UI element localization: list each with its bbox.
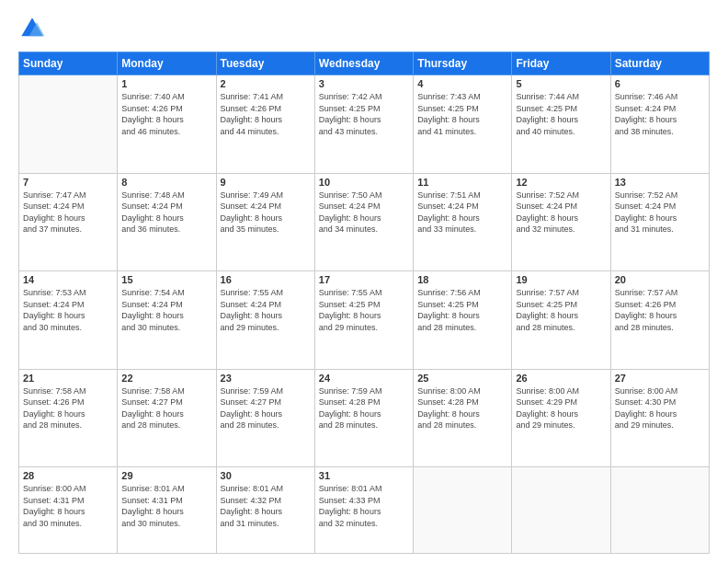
calendar-cell: 3Sunrise: 7:42 AM Sunset: 4:25 PM Daylig… — [314, 75, 413, 174]
day-number: 23 — [221, 373, 311, 384]
calendar-cell: 12Sunrise: 7:52 AM Sunset: 4:24 PM Dayli… — [512, 173, 610, 271]
weekday-header-row: SundayMondayTuesdayWednesdayThursdayFrid… — [19, 52, 710, 75]
day-info: Sunrise: 7:48 AM Sunset: 4:24 PM Dayligh… — [121, 190, 211, 236]
calendar-cell: 25Sunrise: 8:00 AM Sunset: 4:28 PM Dayli… — [414, 369, 512, 467]
day-number: 19 — [516, 274, 606, 285]
calendar-cell: 14Sunrise: 7:53 AM Sunset: 4:24 PM Dayli… — [19, 271, 118, 370]
calendar-cell: 1Sunrise: 7:40 AM Sunset: 4:26 PM Daylig… — [118, 75, 216, 174]
weekday-header-saturday: Saturday — [610, 52, 709, 75]
calendar-cell: 5Sunrise: 7:44 AM Sunset: 4:25 PM Daylig… — [512, 75, 610, 174]
weekday-header-thursday: Thursday — [414, 52, 512, 75]
calendar-cell: 7Sunrise: 7:47 AM Sunset: 4:24 PM Daylig… — [19, 173, 118, 271]
day-number: 2 — [221, 78, 311, 89]
day-info: Sunrise: 7:57 AM Sunset: 4:26 PM Dayligh… — [615, 287, 705, 333]
weekday-header-monday: Monday — [118, 52, 216, 75]
day-info: Sunrise: 7:49 AM Sunset: 4:24 PM Dayligh… — [221, 190, 311, 236]
calendar-table: SundayMondayTuesdayWednesdayThursdayFrid… — [18, 52, 710, 554]
day-info: Sunrise: 7:44 AM Sunset: 4:25 PM Dayligh… — [516, 91, 606, 137]
day-info: Sunrise: 8:00 AM Sunset: 4:28 PM Dayligh… — [417, 385, 507, 431]
calendar-cell: 8Sunrise: 7:48 AM Sunset: 4:24 PM Daylig… — [118, 173, 216, 271]
day-info: Sunrise: 7:55 AM Sunset: 4:25 PM Dayligh… — [319, 287, 409, 333]
day-number: 30 — [221, 470, 311, 481]
day-number: 12 — [516, 177, 606, 188]
day-info: Sunrise: 7:46 AM Sunset: 4:24 PM Dayligh… — [615, 91, 705, 137]
day-info: Sunrise: 8:01 AM Sunset: 4:31 PM Dayligh… — [121, 483, 211, 529]
day-info: Sunrise: 7:52 AM Sunset: 4:24 PM Dayligh… — [516, 190, 606, 236]
day-number: 1 — [121, 78, 211, 89]
day-info: Sunrise: 7:40 AM Sunset: 4:26 PM Dayligh… — [121, 91, 211, 137]
weekday-header-tuesday: Tuesday — [216, 52, 314, 75]
calendar-cell: 30Sunrise: 8:01 AM Sunset: 4:32 PM Dayli… — [216, 467, 314, 554]
day-number: 10 — [319, 177, 409, 188]
day-number: 31 — [319, 470, 409, 481]
day-number: 26 — [516, 373, 606, 384]
calendar-cell: 21Sunrise: 7:58 AM Sunset: 4:26 PM Dayli… — [19, 369, 118, 467]
day-number: 21 — [23, 373, 113, 384]
day-number: 8 — [121, 177, 211, 188]
day-info: Sunrise: 7:50 AM Sunset: 4:24 PM Dayligh… — [319, 190, 409, 236]
week-row-3: 21Sunrise: 7:58 AM Sunset: 4:26 PM Dayli… — [19, 369, 710, 467]
day-info: Sunrise: 7:41 AM Sunset: 4:26 PM Dayligh… — [221, 91, 311, 137]
calendar-cell: 11Sunrise: 7:51 AM Sunset: 4:24 PM Dayli… — [414, 173, 512, 271]
day-number: 17 — [319, 274, 409, 285]
calendar-cell: 10Sunrise: 7:50 AM Sunset: 4:24 PM Dayli… — [314, 173, 413, 271]
day-info: Sunrise: 7:54 AM Sunset: 4:24 PM Dayligh… — [121, 287, 211, 333]
day-number: 20 — [615, 274, 705, 285]
week-row-2: 14Sunrise: 7:53 AM Sunset: 4:24 PM Dayli… — [19, 271, 710, 370]
calendar-cell: 18Sunrise: 7:56 AM Sunset: 4:25 PM Dayli… — [414, 271, 512, 370]
calendar-cell: 9Sunrise: 7:49 AM Sunset: 4:24 PM Daylig… — [216, 173, 314, 271]
calendar-cell: 22Sunrise: 7:58 AM Sunset: 4:27 PM Dayli… — [118, 369, 216, 467]
day-number: 18 — [417, 274, 507, 285]
calendar-cell: 27Sunrise: 8:00 AM Sunset: 4:30 PM Dayli… — [610, 369, 709, 467]
calendar-cell: 19Sunrise: 7:57 AM Sunset: 4:25 PM Dayli… — [512, 271, 610, 370]
day-info: Sunrise: 7:59 AM Sunset: 4:27 PM Dayligh… — [221, 385, 311, 431]
week-row-4: 28Sunrise: 8:00 AM Sunset: 4:31 PM Dayli… — [19, 467, 710, 554]
calendar-cell: 31Sunrise: 8:01 AM Sunset: 4:33 PM Dayli… — [314, 467, 413, 554]
calendar-cell: 13Sunrise: 7:52 AM Sunset: 4:24 PM Dayli… — [610, 173, 709, 271]
day-number: 9 — [221, 177, 311, 188]
day-number: 16 — [221, 274, 311, 285]
calendar-cell: 16Sunrise: 7:55 AM Sunset: 4:24 PM Dayli… — [216, 271, 314, 370]
day-info: Sunrise: 8:01 AM Sunset: 4:33 PM Dayligh… — [319, 483, 409, 529]
day-info: Sunrise: 8:00 AM Sunset: 4:31 PM Dayligh… — [23, 483, 113, 529]
weekday-header-sunday: Sunday — [19, 52, 118, 75]
calendar-cell: 20Sunrise: 7:57 AM Sunset: 4:26 PM Dayli… — [610, 271, 709, 370]
calendar-cell: 23Sunrise: 7:59 AM Sunset: 4:27 PM Dayli… — [216, 369, 314, 467]
day-info: Sunrise: 7:43 AM Sunset: 4:25 PM Dayligh… — [417, 91, 507, 137]
day-info: Sunrise: 7:51 AM Sunset: 4:24 PM Dayligh… — [417, 190, 507, 236]
day-info: Sunrise: 7:55 AM Sunset: 4:24 PM Dayligh… — [221, 287, 311, 333]
calendar-cell: 28Sunrise: 8:00 AM Sunset: 4:31 PM Dayli… — [19, 467, 118, 554]
day-info: Sunrise: 7:59 AM Sunset: 4:28 PM Dayligh… — [319, 385, 409, 431]
calendar-cell: 26Sunrise: 8:00 AM Sunset: 4:29 PM Dayli… — [512, 369, 610, 467]
day-info: Sunrise: 7:57 AM Sunset: 4:25 PM Dayligh… — [516, 287, 606, 333]
calendar-cell — [414, 467, 512, 554]
day-info: Sunrise: 8:00 AM Sunset: 4:29 PM Dayligh… — [516, 385, 606, 431]
calendar-cell: 4Sunrise: 7:43 AM Sunset: 4:25 PM Daylig… — [414, 75, 512, 174]
calendar-cell: 6Sunrise: 7:46 AM Sunset: 4:24 PM Daylig… — [610, 75, 709, 174]
day-number: 13 — [615, 177, 705, 188]
day-info: Sunrise: 7:58 AM Sunset: 4:26 PM Dayligh… — [23, 385, 113, 431]
logo-icon — [18, 15, 46, 42]
day-number: 14 — [23, 274, 113, 285]
calendar-cell: 15Sunrise: 7:54 AM Sunset: 4:24 PM Dayli… — [118, 271, 216, 370]
day-number: 5 — [516, 78, 606, 89]
day-number: 15 — [121, 274, 211, 285]
day-info: Sunrise: 8:00 AM Sunset: 4:30 PM Dayligh… — [615, 385, 705, 431]
page: SundayMondayTuesdayWednesdayThursdayFrid… — [0, 0, 728, 563]
day-number: 29 — [121, 470, 211, 481]
day-info: Sunrise: 8:01 AM Sunset: 4:32 PM Dayligh… — [221, 483, 311, 529]
weekday-header-friday: Friday — [512, 52, 610, 75]
day-number: 7 — [23, 177, 113, 188]
day-number: 25 — [417, 373, 507, 384]
day-number: 3 — [319, 78, 409, 89]
day-number: 28 — [23, 470, 113, 481]
week-row-1: 7Sunrise: 7:47 AM Sunset: 4:24 PM Daylig… — [19, 173, 710, 271]
day-info: Sunrise: 7:52 AM Sunset: 4:24 PM Dayligh… — [615, 190, 705, 236]
day-number: 4 — [417, 78, 507, 89]
logo — [18, 15, 50, 42]
day-info: Sunrise: 7:58 AM Sunset: 4:27 PM Dayligh… — [121, 385, 211, 431]
calendar-cell: 24Sunrise: 7:59 AM Sunset: 4:28 PM Dayli… — [314, 369, 413, 467]
calendar-cell — [610, 467, 709, 554]
calendar-cell — [512, 467, 610, 554]
day-info: Sunrise: 7:56 AM Sunset: 4:25 PM Dayligh… — [417, 287, 507, 333]
